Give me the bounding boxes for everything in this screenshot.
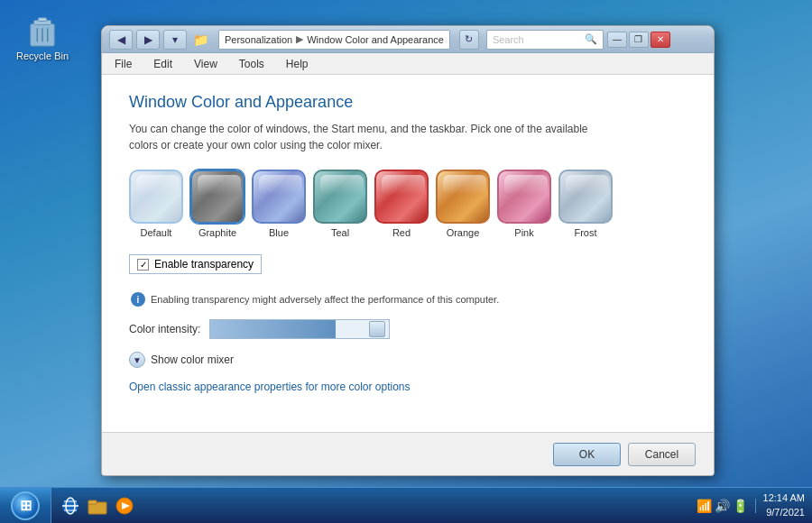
classic-link[interactable]: Open classic appearance properties for m… <box>129 381 411 393</box>
page-title: Window Color and Appearance <box>129 93 687 112</box>
swatch-graphite[interactable] <box>190 170 245 224</box>
search-icon: 🔍 <box>585 33 597 45</box>
address-bar[interactable]: Personalization ▶ Window Color and Appea… <box>218 30 450 50</box>
swatch-label-graphite: Graphite <box>198 227 236 238</box>
clock-date: 9/7/2021 <box>763 506 805 519</box>
svg-rect-2 <box>38 18 47 22</box>
back-button[interactable]: ◀ <box>109 30 133 50</box>
transparency-checkbox[interactable]: ✓ <box>137 259 149 271</box>
forward-button[interactable]: ▶ <box>136 30 160 50</box>
intensity-row: Color intensity: <box>129 319 687 339</box>
dialog-window: ◀ ▶ ▾ 📁 Personalization ▶ Window Color a… <box>101 25 715 476</box>
minimize-button[interactable]: — <box>607 32 627 48</box>
media-player-icon[interactable] <box>111 492 138 519</box>
dialog-footer: OK Cancel <box>102 432 714 475</box>
swatch-label-frost: Frost <box>574 227 596 238</box>
swatch-item-graphite[interactable]: Graphite <box>190 170 245 238</box>
swatch-label-blue: Blue <box>269 227 289 238</box>
swatch-blue[interactable] <box>252 170 306 224</box>
swatch-item-teal[interactable]: Teal <box>313 170 367 238</box>
intensity-label: Color intensity: <box>129 323 200 335</box>
folder-icon: 📁 <box>193 32 208 47</box>
content-area: Window Color and Appearance You can chan… <box>102 75 714 432</box>
swatch-teal[interactable] <box>313 170 367 224</box>
address-separator: ▶ <box>296 33 303 45</box>
color-mixer-label: Show color mixer <box>151 353 234 366</box>
swatch-label-pink: Pink <box>514 227 533 238</box>
explorer-icon[interactable] <box>84 492 111 519</box>
transparency-row[interactable]: ✓ Enable transparency <box>129 254 262 274</box>
volume-icon: 🔊 <box>715 499 730 513</box>
swatch-item-orange[interactable]: Orange <box>436 170 490 238</box>
menu-help[interactable]: Help <box>281 56 314 72</box>
swatch-label-orange: Orange <box>447 227 480 238</box>
system-tray: 📶 🔊 🔋 <box>697 499 756 513</box>
swatch-label-default: Default <box>141 227 172 238</box>
description: You can change the color of windows, the… <box>129 121 598 153</box>
search-box[interactable]: Search 🔍 <box>486 30 604 50</box>
swatch-pink[interactable] <box>497 170 551 224</box>
desktop: Recycle Bin ◀ ▶ ▾ 📁 Personalization ▶ Wi… <box>0 0 812 523</box>
restore-button[interactable]: ❐ <box>629 32 649 48</box>
intensity-slider[interactable] <box>209 319 390 339</box>
battery-icon: 🔋 <box>733 499 748 513</box>
menu-edit[interactable]: Edit <box>148 56 178 72</box>
expand-icon[interactable]: ▼ <box>129 352 145 368</box>
window-controls: — ❐ ✕ <box>607 32 670 48</box>
taskbar-right: 📶 🔊 🔋 12:14 AM 9/7/2021 <box>697 491 812 519</box>
network-icon: 📶 <box>697 499 712 513</box>
color-swatches: Default Graphite Blue Teal Red <box>129 170 687 238</box>
transparency-note: i Enabling transparency might adversely … <box>131 292 687 307</box>
swatch-default[interactable] <box>129 170 183 224</box>
address-part2: Window Color and Appearance <box>307 34 444 45</box>
refresh-button[interactable]: ↻ <box>459 30 479 50</box>
menu-tools[interactable]: Tools <box>234 56 270 72</box>
close-button[interactable]: ✕ <box>651 32 670 48</box>
dropdown-button[interactable]: ▾ <box>163 30 187 50</box>
recycle-bin-label: Recycle Bin <box>16 50 69 61</box>
search-placeholder: Search <box>493 34 585 45</box>
swatch-item-frost[interactable]: Frost <box>558 170 613 238</box>
address-part1: Personalization <box>225 34 292 45</box>
ie-icon[interactable] <box>57 492 84 519</box>
nav-controls: ◀ ▶ ▾ 📁 Personalization ▶ Window Color a… <box>109 30 604 50</box>
start-button[interactable]: ⊞ <box>0 488 51 523</box>
slider-thumb[interactable] <box>369 321 385 337</box>
swatch-orange[interactable] <box>436 170 490 224</box>
swatch-item-pink[interactable]: Pink <box>497 170 551 238</box>
taskbar: ⊞ 📶 � <box>0 487 812 523</box>
ok-button[interactable]: OK <box>553 443 621 466</box>
swatch-item-default[interactable]: Default <box>129 170 183 238</box>
swatch-label-red: Red <box>392 227 411 238</box>
windows-logo-icon: ⊞ <box>20 497 32 514</box>
menu-bar: File Edit View Tools Help <box>102 53 714 75</box>
swatch-frost[interactable] <box>558 170 613 224</box>
transparency-label: Enable transparency <box>154 258 254 271</box>
swatch-red[interactable] <box>374 170 429 224</box>
clock[interactable]: 12:14 AM 9/7/2021 <box>763 491 805 519</box>
swatch-item-red[interactable]: Red <box>374 170 429 238</box>
color-mixer-row[interactable]: ▼ Show color mixer <box>129 352 687 368</box>
start-orb: ⊞ <box>11 491 40 520</box>
cancel-button[interactable]: Cancel <box>628 443 696 466</box>
recycle-bin-icon[interactable]: Recycle Bin <box>16 14 69 61</box>
title-bar: ◀ ▶ ▾ 📁 Personalization ▶ Window Color a… <box>102 26 714 53</box>
clock-time: 12:14 AM <box>763 491 805 505</box>
svg-rect-12 <box>88 500 97 504</box>
swatch-label-teal: Teal <box>331 227 349 238</box>
menu-view[interactable]: View <box>189 56 223 72</box>
menu-file[interactable]: File <box>109 56 137 72</box>
note-text: Enabling transparency might adversely af… <box>151 294 499 305</box>
slider-fill <box>210 320 336 338</box>
info-icon: i <box>131 292 145 307</box>
swatch-item-blue[interactable]: Blue <box>252 170 306 238</box>
